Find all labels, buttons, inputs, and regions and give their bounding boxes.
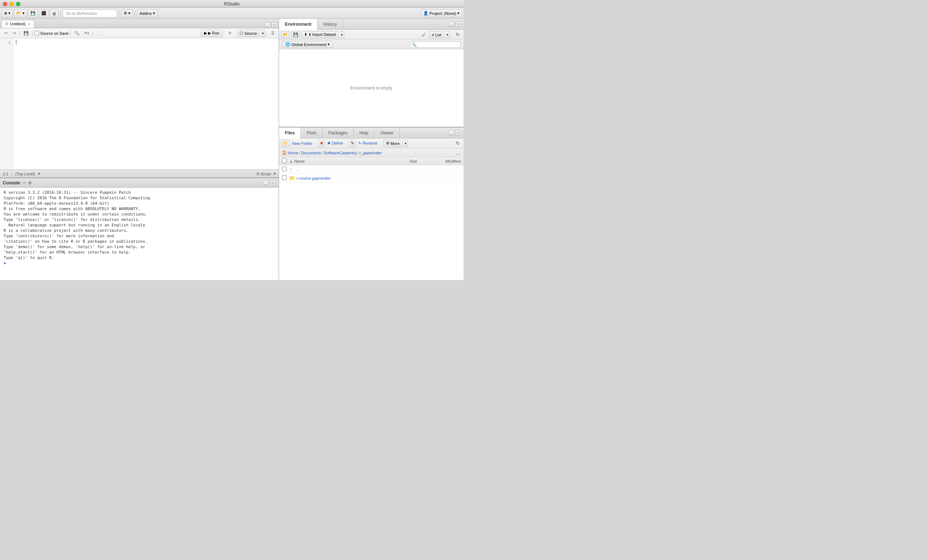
tab-viewer[interactable]: Viewer [374, 127, 400, 138]
rename-icon-btn[interactable]: ✎ [349, 140, 356, 147]
search-button[interactable]: 🔍 [73, 30, 81, 37]
maximize-files-button[interactable]: □ [456, 130, 461, 136]
maximize-button[interactable] [16, 2, 20, 6]
more-button[interactable]: ⚙ More [383, 140, 402, 147]
rerun-button[interactable]: ↻ [226, 30, 233, 37]
sort-up-icon: ▲ [289, 159, 293, 163]
folder-icon: 📁 [289, 175, 295, 181]
brush-icon: 🖊 [422, 33, 426, 37]
delete-icon-btn[interactable]: ✖ [318, 140, 325, 147]
files-table: ▲ Name Size Modified ↑ [279, 157, 464, 280]
global-environment-button[interactable]: 🌐 Global Environment ▾ [282, 41, 333, 48]
breadcrumb-r-gapminder[interactable]: r_gapminder [360, 151, 382, 155]
new-file-icon: ⊕ [4, 11, 7, 15]
addins-label: Addins [140, 11, 152, 15]
console-content[interactable]: R version 3.3.2 (2016-10-31) -- Sincere … [0, 188, 279, 280]
minimize-console-button[interactable]: _ [263, 180, 269, 186]
redo-button[interactable]: ↪ [11, 30, 18, 37]
save-file-button[interactable]: 💾 [22, 30, 30, 37]
maximize-console-button[interactable]: □ [270, 180, 276, 186]
name-header-label: Name [294, 159, 305, 163]
tab-environment[interactable]: Environment [279, 19, 318, 30]
more-icon: ⚙ [386, 141, 389, 146]
print-button[interactable]: 🖨 [50, 9, 59, 17]
code-editor[interactable] [13, 38, 279, 170]
tab-files[interactable]: Files [279, 127, 301, 138]
list-icon: ≡ [432, 33, 434, 37]
tab-plots[interactable]: Plots [301, 127, 322, 138]
source-on-save-checkbox[interactable]: Source on Save [35, 31, 68, 35]
list-dropdown[interactable]: ▾ [445, 31, 450, 38]
cursor [16, 40, 16, 44]
maximize-env-button[interactable]: □ [456, 21, 461, 27]
source-dropdown[interactable]: ▾ [261, 30, 266, 37]
code-tools-editor-button[interactable]: ✎ ▾ [82, 30, 91, 37]
go-to-file-input[interactable]: Go to file/function [63, 9, 117, 17]
toolbar-sep-4 [93, 30, 93, 36]
files-row-up[interactable]: ↑ .. [279, 165, 464, 174]
refresh-env-button[interactable]: ↻ [454, 31, 461, 38]
console-pane: Console ~/ ⚙ _ □ R version 3.3.2 (2016-1… [0, 178, 279, 280]
breadcrumb-documents[interactable]: Documents [301, 151, 321, 155]
breadcrumb-home[interactable]: Home [288, 151, 298, 155]
editor-tab-untitled1[interactable]: R Untitled1 ✕ [2, 20, 35, 28]
save-workspace-button[interactable]: 💾 [291, 31, 300, 38]
save-all-button[interactable]: ⬛ [39, 9, 49, 17]
row-novice-checkbox[interactable] [282, 175, 287, 180]
list-view-button[interactable]: ≡ List [429, 31, 444, 38]
minimize-editor-button[interactable]: _ [264, 22, 271, 28]
tab-help[interactable]: Help [354, 127, 375, 138]
breadcrumb-more-button[interactable]: … [456, 150, 460, 156]
open-file-button[interactable]: 📂 ▾ [14, 9, 27, 17]
tab-packages[interactable]: Packages [322, 127, 354, 138]
env-tab-bar: Environment History _ □ [279, 19, 464, 30]
source-on-save-input[interactable] [35, 31, 39, 35]
addins-button[interactable]: Addins ▾ [137, 9, 158, 17]
editor-tab-close[interactable]: ✕ [27, 22, 30, 26]
env-search-input[interactable] [410, 41, 460, 48]
undo-button[interactable]: ↩ [2, 30, 9, 37]
load-workspace-button[interactable]: 📂 [281, 31, 290, 38]
more-dropdown[interactable]: ▾ [404, 140, 408, 147]
load-icon: 📂 [283, 32, 288, 37]
rename-label[interactable]: ✎ Rename [358, 141, 378, 146]
import-dataset-button[interactable]: ⬆ ⬆ Import Dataset [301, 31, 339, 38]
code-tools-editor-icon: ✎ [84, 31, 87, 35]
compile-report-button[interactable]: 📄 [95, 30, 103, 37]
person-icon: 👤 [423, 11, 429, 15]
maximize-editor-button[interactable]: □ [271, 22, 277, 28]
files-row-r-novice[interactable]: 📁 r-novice-gapminder [279, 174, 464, 182]
import-dropdown[interactable]: ▾ [340, 31, 344, 38]
breadcrumb-software-carpentry[interactable]: SoftwareCarpentry [324, 151, 357, 155]
save-button[interactable]: 💾 [28, 9, 38, 17]
rename-icon: ✎ [351, 141, 354, 146]
delete-label[interactable]: ✖ Delete [327, 141, 343, 146]
select-all-checkbox[interactable] [282, 158, 287, 163]
code-tools-button[interactable]: ⚙ ▾ [121, 9, 133, 17]
header-name-col[interactable]: ▲ Name [289, 159, 381, 163]
close-button[interactable] [3, 2, 7, 6]
rerun-icon: ↻ [228, 31, 232, 35]
row-up-name[interactable]: .. [296, 167, 381, 172]
new-file-button[interactable]: ⊕ ▾ [2, 9, 13, 17]
minimize-button[interactable] [9, 2, 14, 6]
row-up-check [282, 167, 289, 172]
run-button[interactable]: ▶ ▶ Run [201, 30, 222, 37]
env-empty-message: Environment is empty [279, 49, 464, 127]
row-up-checkbox[interactable] [282, 167, 287, 171]
refresh-files-button[interactable]: ↻ [454, 140, 461, 147]
run-icon: ▶ [204, 31, 207, 35]
project-button[interactable]: 👤 Project: (None) ▾ [421, 9, 462, 17]
minimize-env-button[interactable]: _ [448, 21, 454, 27]
row-novice-name[interactable]: r-novice-gapminder [296, 176, 381, 181]
toolbar-sep-1 [20, 30, 20, 36]
source-button[interactable]: ⬡ Source [237, 30, 260, 37]
editor-options-button[interactable]: ☰ [269, 30, 277, 37]
tab-history[interactable]: History [318, 19, 343, 30]
minimize-files-button[interactable]: _ [448, 130, 454, 136]
clear-env-button[interactable]: 🖊 [420, 31, 428, 38]
new-folder-icon-btn[interactable]: 📁 [281, 140, 290, 147]
row-novice-check [282, 175, 289, 181]
new-folder-label[interactable]: New Folder [292, 141, 312, 146]
window-title: RStudio [224, 2, 240, 6]
